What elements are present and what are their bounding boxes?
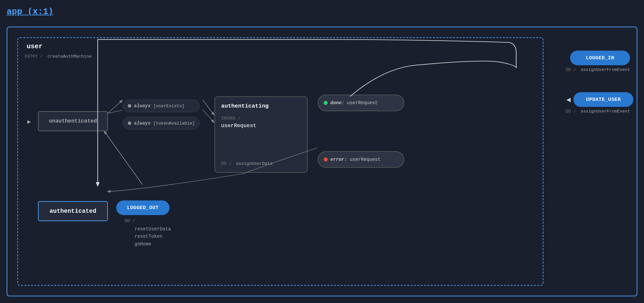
app-title: app (x:1) — [7, 7, 53, 17]
svg-line-1 — [108, 110, 122, 113]
done-label: done: — [330, 100, 344, 106]
guard-label-1: [userExists] — [153, 104, 184, 109]
update-user-bubble: UPDATE_USER — [573, 92, 633, 107]
error-label: error: — [330, 157, 347, 162]
outer-container: user ENTRY / createAuthMachine ▶ unauthe… — [7, 27, 637, 296]
logged-in-do-value: assignUserFromEvent — [581, 67, 630, 72]
logged-out-label: LOGGED_OUT — [127, 205, 159, 211]
update-user-do-value: assignUserFromEvent — [581, 109, 630, 114]
update-user-label: UPDATE_USER — [586, 97, 621, 103]
svg-line-0 — [108, 100, 122, 113]
logged-in-label: LOGGED_IN — [586, 55, 614, 61]
svg-line-3 — [203, 110, 214, 122]
authenticating-title: authenticating — [221, 103, 269, 109]
error-value: userRequest — [350, 157, 380, 162]
initial-state-arrow: ▶ — [27, 118, 31, 125]
done-value: userRequest — [347, 100, 378, 106]
authenticating-do-value: assignUserData — [236, 161, 272, 166]
unauthenticated-label: unauthenticated — [49, 118, 97, 124]
always-transition-2: always [tokenAvailable] — [123, 117, 199, 130]
logged-out-do-value-1: resetUserData — [135, 225, 171, 233]
authenticated-label: authenticated — [50, 208, 96, 214]
always-dot-1 — [128, 104, 131, 108]
state-authenticated: authenticated — [38, 201, 108, 221]
logged-out-do-value-3: goHome — [135, 240, 171, 248]
state-unauthenticated: unauthenticated — [38, 111, 108, 131]
logged-in-bubble: LOGGED_IN — [570, 51, 630, 65]
user-machine-label: user — [25, 43, 45, 50]
authenticating-invoke-value: userRequest — [221, 123, 256, 129]
state-authenticating: authenticating INVOKE / userRequest DO /… — [214, 96, 308, 173]
always-label-2: always — [134, 121, 151, 126]
logged-in-do: DO / assignUserFromEvent — [566, 67, 630, 72]
done-dot — [324, 101, 328, 105]
logged-out-do-section: DO / resetUserData resetToken goHome — [125, 218, 171, 248]
error-dot — [324, 157, 328, 161]
logged-out-bubble: LOGGED_OUT — [116, 200, 169, 215]
update-user-do: DO / assignUserFromEvent — [566, 109, 630, 114]
svg-line-2 — [203, 100, 214, 115]
always-transition-1: always [userExists] — [123, 100, 199, 112]
logged-out-do-value-2: resetToken — [135, 233, 171, 240]
logged-out-do-label: DO / — [125, 218, 135, 223]
svg-line-4 — [104, 132, 143, 185]
update-user-arrow-icon: ◀ — [566, 95, 571, 104]
always-transitions: always [userExists] always [tokenAvailab… — [123, 100, 199, 134]
guard-label-2: [tokenAvailable] — [153, 121, 195, 126]
always-label-1: always — [134, 103, 151, 109]
entry-label: ENTRY / — [25, 54, 43, 59]
update-user-do-label: DO / — [566, 109, 576, 114]
always-dot-2 — [128, 122, 131, 125]
authenticating-do-label: DO / — [221, 161, 231, 166]
event-done: done: userRequest — [318, 95, 404, 111]
authenticating-invoke-label: INVOKE / — [221, 116, 240, 121]
logged-in-do-label: DO / — [566, 67, 576, 72]
event-error: error: userRequest — [318, 151, 404, 168]
user-machine: user ENTRY / createAuthMachine ▶ unauthe… — [17, 37, 543, 286]
entry-value: createAuthMachine — [47, 54, 92, 59]
right-panel: LOGGED_IN DO / assignUserFromEvent ◀ UPD… — [547, 37, 633, 286]
